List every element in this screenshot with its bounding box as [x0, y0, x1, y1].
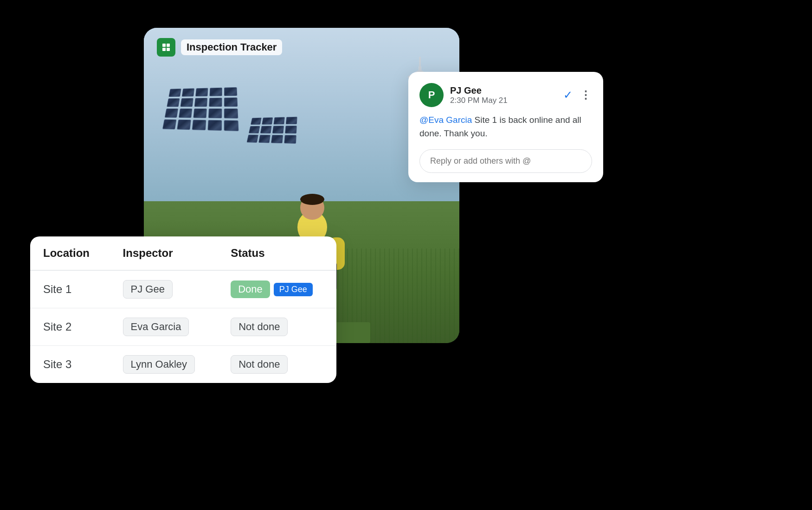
status-chip: Not done	[231, 318, 288, 336]
cell-inspector: PJ Gee	[110, 270, 218, 308]
inspector-chip: Eva Garcia	[123, 318, 189, 336]
col-header-status: Status	[218, 236, 336, 270]
table-header-row: Location Inspector Status	[30, 236, 336, 270]
svg-rect-17	[167, 48, 170, 51]
svg-point-2	[300, 194, 324, 205]
table-row: Site 1PJ GeeDonePJ Gee	[30, 270, 336, 308]
cell-location: Site 1	[30, 270, 110, 308]
cell-status: Not done	[218, 308, 336, 346]
cell-location: Site 3	[30, 346, 110, 383]
commenter-name: PJ Gee	[450, 85, 508, 96]
col-header-location: Location	[30, 236, 110, 270]
cell-status: Not done	[218, 346, 336, 383]
comment-mention: @Eva Garcia	[419, 115, 472, 125]
cell-status: DonePJ Gee	[218, 270, 336, 308]
cell-inspector: Lynn Oakley	[110, 346, 218, 383]
comment-header: P PJ Gee 2:30 PM May 21 ✓ ⋮	[419, 83, 592, 107]
col-header-inspector: Inspector	[110, 236, 218, 270]
data-table: Location Inspector Status Site 1PJ GeeDo…	[30, 236, 336, 383]
comment-user-row: P PJ Gee 2:30 PM May 21	[419, 83, 508, 107]
app-header: Inspection Tracker	[157, 38, 282, 57]
status-chip: Not done	[231, 355, 288, 374]
reply-input[interactable]	[419, 149, 592, 173]
inspector-chip: Lynn Oakley	[123, 355, 195, 374]
app-title: Inspection Tracker	[181, 39, 282, 55]
status-chip: Done	[231, 280, 270, 298]
avatar: P	[419, 83, 444, 107]
scene: Inspection Tracker Location Inspector St…	[0, 0, 812, 510]
user-tag: PJ Gee	[274, 283, 313, 296]
table-row: Site 3Lynn OakleyNot done	[30, 346, 336, 383]
svg-rect-16	[162, 48, 166, 51]
comment-actions: ✓ ⋮	[563, 89, 592, 102]
table-card: Location Inspector Status Site 1PJ GeeDo…	[30, 236, 336, 383]
check-icon[interactable]: ✓	[563, 89, 573, 102]
svg-rect-15	[167, 44, 170, 47]
app-icon	[157, 38, 175, 57]
table-row: Site 2Eva GarciaNot done	[30, 308, 336, 346]
cell-location: Site 2	[30, 308, 110, 346]
comment-meta: PJ Gee 2:30 PM May 21	[450, 85, 508, 105]
svg-rect-14	[162, 44, 166, 47]
comment-card: P PJ Gee 2:30 PM May 21 ✓ ⋮ @Eva Garcia …	[408, 72, 603, 182]
more-options-icon[interactable]: ⋮	[580, 89, 592, 102]
comment-time: 2:30 PM May 21	[450, 96, 508, 105]
comment-body: @Eva Garcia Site 1 is back online and al…	[419, 114, 592, 140]
inspector-chip: PJ Gee	[123, 280, 173, 299]
cell-inspector: Eva Garcia	[110, 308, 218, 346]
